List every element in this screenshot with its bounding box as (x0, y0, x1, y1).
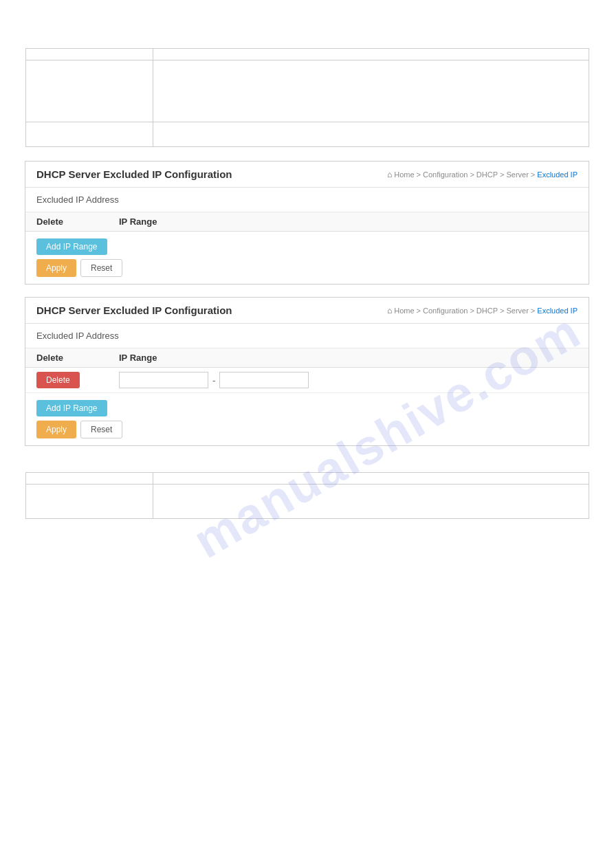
panel-2-col-ip-range-header: IP Range (119, 353, 578, 363)
panel-1-table-header: Delete IP Range (25, 212, 589, 232)
panel-1-title: DHCP Server Excluded IP Configuration (36, 168, 232, 180)
table-row (25, 122, 589, 147)
panel-1-add-row: Add IP Range (36, 238, 578, 255)
breadcrumb-home: Home (394, 170, 414, 179)
panel-2-add-ip-range-button[interactable]: Add IP Range (36, 400, 107, 416)
panel-1-add-ip-range-button[interactable]: Add IP Range (36, 238, 107, 255)
breadcrumb-sep1: > (417, 170, 421, 179)
breadcrumb2-sep4: > (531, 307, 535, 315)
panel-2-delete-button[interactable]: Delete (36, 372, 80, 388)
bottom-table-cell-1-1 (25, 473, 153, 485)
top-section (0, 0, 614, 161)
panel-2-ip-start-input[interactable] (119, 372, 208, 388)
table-row (25, 473, 589, 485)
top-table-cell-2-1 (25, 60, 153, 122)
breadcrumb2-home: Home (394, 307, 414, 315)
bottom-table-cell-2-1 (25, 485, 153, 519)
panel-2-title: DHCP Server Excluded IP Configuration (36, 304, 232, 316)
top-table-cell-1-1 (25, 49, 153, 60)
panel-2-ip-end-input[interactable] (219, 372, 309, 388)
panel-2-delete-cell: Delete (36, 372, 119, 388)
panel-2-section-label: Excluded IP Address (25, 324, 589, 348)
panel-2-ip-separator: - (210, 372, 218, 388)
breadcrumb2-sep1: > (417, 307, 421, 315)
breadcrumb2-sep2: > (470, 307, 474, 315)
breadcrumb-sep3: > (500, 170, 504, 179)
panel-2-header: DHCP Server Excluded IP Configuration ⌂ … (25, 298, 589, 324)
breadcrumb-dhcp: DHCP (476, 170, 498, 179)
panel-2-breadcrumb: ⌂ Home > Configuration > DHCP > Server >… (387, 306, 578, 315)
panel-2-apply-button[interactable]: Apply (36, 421, 76, 438)
panel-1-section-label: Excluded IP Address (25, 188, 589, 212)
panel-1-footer: Add IP Range Apply Reset (25, 232, 589, 284)
breadcrumb-config: Configuration (423, 170, 468, 179)
panel-2-data-row: Delete - (25, 368, 589, 393)
panel-2-add-row: Add IP Range (36, 400, 578, 416)
bottom-table (25, 472, 589, 519)
breadcrumb2-config: Configuration (423, 307, 468, 315)
panel-2-table-header: Delete IP Range (25, 348, 589, 368)
home-icon: ⌂ (387, 170, 392, 179)
breadcrumb2-current: Excluded IP (537, 307, 578, 315)
panel-1-header: DHCP Server Excluded IP Configuration ⌂ … (25, 162, 589, 188)
panel-2-ip-range-inputs: - (119, 372, 578, 388)
bottom-section (0, 458, 614, 546)
panel-1-col-delete-header: Delete (36, 216, 119, 227)
breadcrumb-server: Server (506, 170, 528, 179)
bottom-table-cell-2-2 (153, 485, 589, 519)
panel-1-action-row: Apply Reset (36, 259, 578, 277)
breadcrumb-sep2: > (470, 170, 474, 179)
breadcrumb-sep4: > (531, 170, 535, 179)
panel-1-col-ip-range-header: IP Range (119, 216, 578, 227)
breadcrumb-current: Excluded IP (537, 170, 578, 179)
top-table-cell-2-2 (153, 60, 589, 122)
panels-section: DHCP Server Excluded IP Configuration ⌂ … (0, 161, 614, 458)
home-icon-2: ⌂ (387, 306, 392, 315)
table-row (25, 485, 589, 519)
panel-2-reset-button[interactable]: Reset (80, 421, 122, 438)
panel-2-action-row: Apply Reset (36, 421, 578, 438)
panel-2-col-delete-header: Delete (36, 353, 119, 363)
breadcrumb2-sep3: > (500, 307, 504, 315)
table-row (25, 49, 589, 60)
top-table-cell-1-2 (153, 49, 589, 60)
bottom-table-cell-1-2 (153, 473, 589, 485)
breadcrumb2-dhcp: DHCP (476, 307, 498, 315)
panel-2-footer: Add IP Range Apply Reset (25, 393, 589, 445)
panel-2-ip-range-cell: - (119, 372, 578, 388)
panel-1: DHCP Server Excluded IP Configuration ⌂ … (25, 161, 589, 285)
panel-1-reset-button[interactable]: Reset (80, 259, 122, 277)
panel-1-apply-button[interactable]: Apply (36, 259, 76, 277)
top-table-cell-3-2 (153, 122, 589, 147)
panel-1-breadcrumb: ⌂ Home > Configuration > DHCP > Server >… (387, 170, 578, 179)
top-table-cell-3-1 (25, 122, 153, 147)
panel-2: DHCP Server Excluded IP Configuration ⌂ … (25, 297, 589, 446)
table-row (25, 60, 589, 122)
top-table (25, 48, 589, 147)
breadcrumb2-server: Server (506, 307, 528, 315)
